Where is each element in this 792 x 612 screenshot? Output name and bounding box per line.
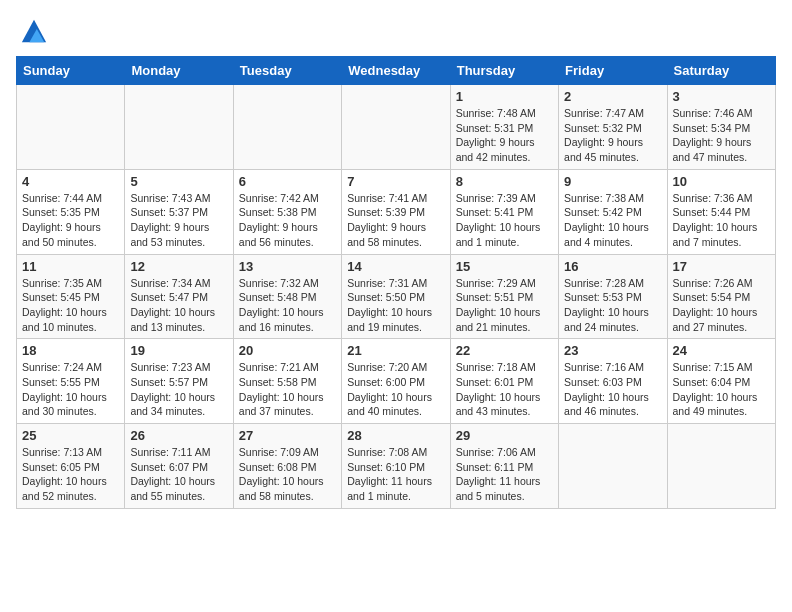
calendar-cell bbox=[233, 85, 341, 170]
day-number: 24 bbox=[673, 343, 770, 358]
day-info: Sunrise: 7:47 AM Sunset: 5:32 PM Dayligh… bbox=[564, 106, 661, 165]
day-info: Sunrise: 7:35 AM Sunset: 5:45 PM Dayligh… bbox=[22, 276, 119, 335]
page-header bbox=[16, 16, 776, 44]
day-number: 1 bbox=[456, 89, 553, 104]
day-info: Sunrise: 7:08 AM Sunset: 6:10 PM Dayligh… bbox=[347, 445, 444, 504]
calendar-header: SundayMondayTuesdayWednesdayThursdayFrid… bbox=[17, 57, 776, 85]
day-number: 12 bbox=[130, 259, 227, 274]
calendar-body: 1Sunrise: 7:48 AM Sunset: 5:31 PM Daylig… bbox=[17, 85, 776, 509]
day-number: 18 bbox=[22, 343, 119, 358]
day-number: 5 bbox=[130, 174, 227, 189]
day-header-tuesday: Tuesday bbox=[233, 57, 341, 85]
calendar-cell bbox=[17, 85, 125, 170]
day-info: Sunrise: 7:43 AM Sunset: 5:37 PM Dayligh… bbox=[130, 191, 227, 250]
day-info: Sunrise: 7:42 AM Sunset: 5:38 PM Dayligh… bbox=[239, 191, 336, 250]
day-info: Sunrise: 7:34 AM Sunset: 5:47 PM Dayligh… bbox=[130, 276, 227, 335]
day-info: Sunrise: 7:36 AM Sunset: 5:44 PM Dayligh… bbox=[673, 191, 770, 250]
calendar-cell: 8Sunrise: 7:39 AM Sunset: 5:41 PM Daylig… bbox=[450, 169, 558, 254]
calendar-week-3: 11Sunrise: 7:35 AM Sunset: 5:45 PM Dayli… bbox=[17, 254, 776, 339]
calendar-cell: 11Sunrise: 7:35 AM Sunset: 5:45 PM Dayli… bbox=[17, 254, 125, 339]
calendar-cell: 28Sunrise: 7:08 AM Sunset: 6:10 PM Dayli… bbox=[342, 424, 450, 509]
day-info: Sunrise: 7:39 AM Sunset: 5:41 PM Dayligh… bbox=[456, 191, 553, 250]
day-header-friday: Friday bbox=[559, 57, 667, 85]
day-info: Sunrise: 7:06 AM Sunset: 6:11 PM Dayligh… bbox=[456, 445, 553, 504]
day-info: Sunrise: 7:32 AM Sunset: 5:48 PM Dayligh… bbox=[239, 276, 336, 335]
day-number: 23 bbox=[564, 343, 661, 358]
calendar-cell bbox=[342, 85, 450, 170]
day-info: Sunrise: 7:16 AM Sunset: 6:03 PM Dayligh… bbox=[564, 360, 661, 419]
calendar-cell: 6Sunrise: 7:42 AM Sunset: 5:38 PM Daylig… bbox=[233, 169, 341, 254]
day-info: Sunrise: 7:11 AM Sunset: 6:07 PM Dayligh… bbox=[130, 445, 227, 504]
day-number: 15 bbox=[456, 259, 553, 274]
calendar-cell: 27Sunrise: 7:09 AM Sunset: 6:08 PM Dayli… bbox=[233, 424, 341, 509]
calendar-cell bbox=[667, 424, 775, 509]
day-header-monday: Monday bbox=[125, 57, 233, 85]
calendar-cell: 4Sunrise: 7:44 AM Sunset: 5:35 PM Daylig… bbox=[17, 169, 125, 254]
calendar-week-5: 25Sunrise: 7:13 AM Sunset: 6:05 PM Dayli… bbox=[17, 424, 776, 509]
day-number: 4 bbox=[22, 174, 119, 189]
day-number: 7 bbox=[347, 174, 444, 189]
calendar-cell: 22Sunrise: 7:18 AM Sunset: 6:01 PM Dayli… bbox=[450, 339, 558, 424]
calendar-cell: 26Sunrise: 7:11 AM Sunset: 6:07 PM Dayli… bbox=[125, 424, 233, 509]
calendar-cell bbox=[559, 424, 667, 509]
calendar-week-4: 18Sunrise: 7:24 AM Sunset: 5:55 PM Dayli… bbox=[17, 339, 776, 424]
day-number: 27 bbox=[239, 428, 336, 443]
day-header-thursday: Thursday bbox=[450, 57, 558, 85]
day-info: Sunrise: 7:38 AM Sunset: 5:42 PM Dayligh… bbox=[564, 191, 661, 250]
calendar-cell: 1Sunrise: 7:48 AM Sunset: 5:31 PM Daylig… bbox=[450, 85, 558, 170]
day-number: 10 bbox=[673, 174, 770, 189]
day-info: Sunrise: 7:09 AM Sunset: 6:08 PM Dayligh… bbox=[239, 445, 336, 504]
calendar-cell bbox=[125, 85, 233, 170]
day-number: 21 bbox=[347, 343, 444, 358]
day-info: Sunrise: 7:44 AM Sunset: 5:35 PM Dayligh… bbox=[22, 191, 119, 250]
calendar-cell: 16Sunrise: 7:28 AM Sunset: 5:53 PM Dayli… bbox=[559, 254, 667, 339]
day-number: 11 bbox=[22, 259, 119, 274]
day-number: 28 bbox=[347, 428, 444, 443]
calendar-cell: 25Sunrise: 7:13 AM Sunset: 6:05 PM Dayli… bbox=[17, 424, 125, 509]
calendar-week-2: 4Sunrise: 7:44 AM Sunset: 5:35 PM Daylig… bbox=[17, 169, 776, 254]
calendar-cell: 12Sunrise: 7:34 AM Sunset: 5:47 PM Dayli… bbox=[125, 254, 233, 339]
day-info: Sunrise: 7:29 AM Sunset: 5:51 PM Dayligh… bbox=[456, 276, 553, 335]
calendar-cell: 9Sunrise: 7:38 AM Sunset: 5:42 PM Daylig… bbox=[559, 169, 667, 254]
day-number: 17 bbox=[673, 259, 770, 274]
day-number: 2 bbox=[564, 89, 661, 104]
day-number: 3 bbox=[673, 89, 770, 104]
calendar-cell: 23Sunrise: 7:16 AM Sunset: 6:03 PM Dayli… bbox=[559, 339, 667, 424]
day-number: 25 bbox=[22, 428, 119, 443]
day-info: Sunrise: 7:31 AM Sunset: 5:50 PM Dayligh… bbox=[347, 276, 444, 335]
day-info: Sunrise: 7:13 AM Sunset: 6:05 PM Dayligh… bbox=[22, 445, 119, 504]
day-number: 13 bbox=[239, 259, 336, 274]
calendar-cell: 10Sunrise: 7:36 AM Sunset: 5:44 PM Dayli… bbox=[667, 169, 775, 254]
day-header-saturday: Saturday bbox=[667, 57, 775, 85]
day-info: Sunrise: 7:28 AM Sunset: 5:53 PM Dayligh… bbox=[564, 276, 661, 335]
day-number: 22 bbox=[456, 343, 553, 358]
day-number: 6 bbox=[239, 174, 336, 189]
calendar-cell: 17Sunrise: 7:26 AM Sunset: 5:54 PM Dayli… bbox=[667, 254, 775, 339]
calendar-cell: 2Sunrise: 7:47 AM Sunset: 5:32 PM Daylig… bbox=[559, 85, 667, 170]
calendar-cell: 21Sunrise: 7:20 AM Sunset: 6:00 PM Dayli… bbox=[342, 339, 450, 424]
days-row: SundayMondayTuesdayWednesdayThursdayFrid… bbox=[17, 57, 776, 85]
calendar-cell: 18Sunrise: 7:24 AM Sunset: 5:55 PM Dayli… bbox=[17, 339, 125, 424]
day-header-sunday: Sunday bbox=[17, 57, 125, 85]
logo-icon bbox=[20, 16, 48, 44]
day-info: Sunrise: 7:23 AM Sunset: 5:57 PM Dayligh… bbox=[130, 360, 227, 419]
calendar-cell: 29Sunrise: 7:06 AM Sunset: 6:11 PM Dayli… bbox=[450, 424, 558, 509]
day-info: Sunrise: 7:41 AM Sunset: 5:39 PM Dayligh… bbox=[347, 191, 444, 250]
day-info: Sunrise: 7:24 AM Sunset: 5:55 PM Dayligh… bbox=[22, 360, 119, 419]
calendar-table: SundayMondayTuesdayWednesdayThursdayFrid… bbox=[16, 56, 776, 509]
day-info: Sunrise: 7:48 AM Sunset: 5:31 PM Dayligh… bbox=[456, 106, 553, 165]
day-info: Sunrise: 7:18 AM Sunset: 6:01 PM Dayligh… bbox=[456, 360, 553, 419]
day-info: Sunrise: 7:26 AM Sunset: 5:54 PM Dayligh… bbox=[673, 276, 770, 335]
day-number: 14 bbox=[347, 259, 444, 274]
day-info: Sunrise: 7:20 AM Sunset: 6:00 PM Dayligh… bbox=[347, 360, 444, 419]
day-number: 19 bbox=[130, 343, 227, 358]
calendar-week-1: 1Sunrise: 7:48 AM Sunset: 5:31 PM Daylig… bbox=[17, 85, 776, 170]
day-number: 29 bbox=[456, 428, 553, 443]
calendar-cell: 15Sunrise: 7:29 AM Sunset: 5:51 PM Dayli… bbox=[450, 254, 558, 339]
calendar-cell: 14Sunrise: 7:31 AM Sunset: 5:50 PM Dayli… bbox=[342, 254, 450, 339]
day-info: Sunrise: 7:15 AM Sunset: 6:04 PM Dayligh… bbox=[673, 360, 770, 419]
day-number: 26 bbox=[130, 428, 227, 443]
calendar-cell: 5Sunrise: 7:43 AM Sunset: 5:37 PM Daylig… bbox=[125, 169, 233, 254]
day-number: 16 bbox=[564, 259, 661, 274]
day-info: Sunrise: 7:46 AM Sunset: 5:34 PM Dayligh… bbox=[673, 106, 770, 165]
